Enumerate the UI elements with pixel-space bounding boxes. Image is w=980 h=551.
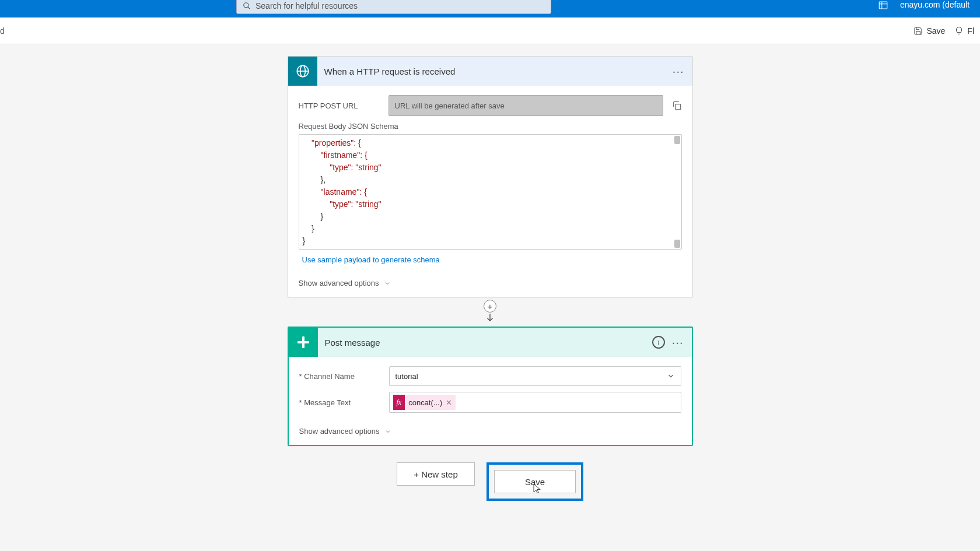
flow-checker-command[interactable]: Fl xyxy=(954,26,974,36)
schema-editor[interactable]: "properties": { "firstname": { "type": "… xyxy=(299,134,682,250)
add-step-inline[interactable]: + xyxy=(484,300,496,313)
action-card: Post message i ··· Channel Name tutorial… xyxy=(288,327,693,446)
svg-rect-2 xyxy=(879,2,887,9)
message-text-label: Message Text xyxy=(299,398,381,407)
slack-connector-icon xyxy=(289,328,318,357)
chevron-down-icon xyxy=(667,372,675,380)
arrow-down-icon xyxy=(485,311,495,324)
chevron-down-icon xyxy=(384,280,391,287)
save-icon xyxy=(914,26,923,36)
top-bar: Search for helpful resources enayu.com (… xyxy=(0,0,980,17)
save-command[interactable]: Save xyxy=(914,26,945,36)
scrollbar-thumb[interactable] xyxy=(674,240,680,248)
expression-token[interactable]: fx concat(...) ✕ xyxy=(393,395,456,410)
channel-name-label: Channel Name xyxy=(299,372,381,381)
copy-url-icon[interactable] xyxy=(671,100,682,111)
connector: + xyxy=(482,297,498,327)
search-placeholder: Search for helpful resources xyxy=(256,1,358,10)
bottom-buttons: + New step Save xyxy=(0,462,980,501)
svg-rect-9 xyxy=(675,104,680,110)
http-trigger-icon xyxy=(288,57,317,86)
url-label: HTTP POST URL xyxy=(299,101,380,110)
trigger-menu[interactable]: ··· xyxy=(673,65,684,78)
flow-canvas: When a HTTP request is received ··· HTTP… xyxy=(0,44,980,501)
flow-checker-icon xyxy=(954,26,964,36)
sample-payload-link[interactable]: Use sample payload to generate schema xyxy=(302,255,440,264)
trigger-card: When a HTTP request is received ··· HTTP… xyxy=(288,56,693,297)
save-label: Save xyxy=(926,26,945,36)
trigger-header[interactable]: When a HTTP request is received ··· xyxy=(288,57,692,86)
search-box[interactable]: Search for helpful resources xyxy=(236,0,551,14)
remove-token-icon[interactable]: ✕ xyxy=(446,398,452,407)
save-button[interactable]: Save xyxy=(494,470,576,493)
message-text-input[interactable]: fx concat(...) ✕ xyxy=(389,392,681,413)
scrollbar-thumb[interactable] xyxy=(674,136,680,144)
svg-point-0 xyxy=(244,3,249,8)
chevron-down-icon xyxy=(384,428,391,435)
svg-rect-12 xyxy=(298,341,309,343)
url-field: URL will be generated after save xyxy=(388,95,663,116)
action-title: Post message xyxy=(318,338,652,348)
info-icon[interactable]: i xyxy=(652,336,665,349)
command-bar: d Save Fl xyxy=(0,17,980,44)
svg-line-1 xyxy=(248,7,250,9)
org-name[interactable]: enayu.com (default xyxy=(900,0,970,9)
save-highlight: Save xyxy=(487,462,583,501)
flow-checker-label: Fl xyxy=(967,26,974,36)
trigger-title: When a HTTP request is received xyxy=(317,66,673,76)
fx-icon: fx xyxy=(393,395,405,410)
action-advanced-options[interactable]: Show advanced options xyxy=(299,427,681,436)
token-text: concat(...) xyxy=(408,398,442,407)
new-step-button[interactable]: + New step xyxy=(397,462,475,486)
schema-label: Request Body JSON Schema xyxy=(299,122,682,131)
channel-name-select[interactable]: tutorial xyxy=(389,366,681,386)
directory-icon xyxy=(878,0,888,10)
action-header[interactable]: Post message i ··· xyxy=(289,328,692,357)
action-menu[interactable]: ··· xyxy=(672,336,684,349)
trigger-advanced-options[interactable]: Show advanced options xyxy=(299,279,682,287)
flow-name-fragment: d xyxy=(0,26,5,36)
search-icon xyxy=(243,2,251,10)
